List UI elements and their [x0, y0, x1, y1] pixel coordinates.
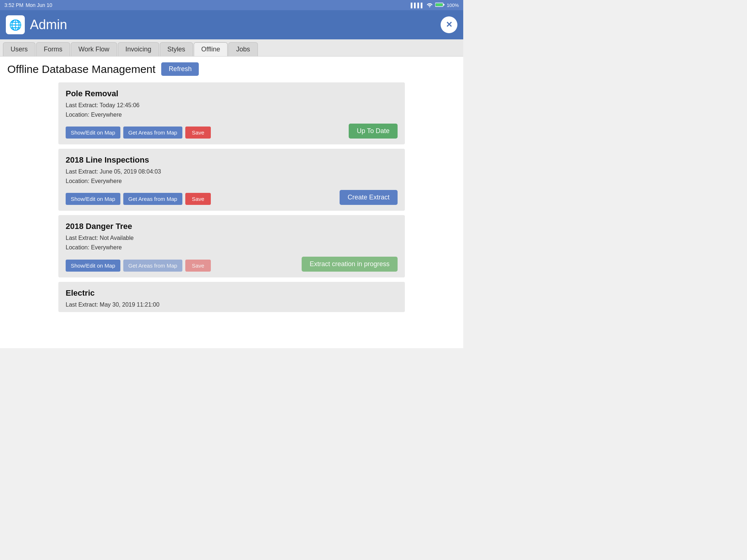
card-danger-tree: 2018 Danger Tree Last Extract: Not Avail… — [58, 215, 405, 277]
extract-progress-button-danger-tree: Extract creation in progress — [302, 257, 398, 272]
tab-offline[interactable]: Offline — [194, 42, 228, 56]
card-title-electric: Electric — [66, 288, 398, 298]
status-date: Mon Jun 10 — [26, 2, 52, 8]
card-last-extract-pole-removal: Last Extract: Today 12:45:06 — [66, 101, 398, 110]
status-bar-right: ▌▌▌▌ 100% — [411, 2, 459, 8]
logo-icon: 🌐 — [9, 19, 22, 31]
app-header: 🌐 Admin ✕ — [0, 10, 463, 39]
get-areas-button-pole-removal[interactable]: Get Areas from Map — [123, 127, 182, 139]
save-button-line-inspections[interactable]: Save — [185, 193, 211, 205]
up-to-date-button-pole-removal[interactable]: Up To Date — [349, 124, 398, 139]
save-button-pole-removal[interactable]: Save — [185, 127, 211, 139]
get-areas-button-danger-tree[interactable]: Get Areas from Map — [123, 260, 182, 272]
card-action-row-pole-removal: Show/Edit on Map Get Areas from Map Save… — [66, 122, 398, 139]
header-left: 🌐 Admin — [6, 15, 67, 34]
page-title: Offline Database Management — [7, 63, 155, 75]
app-logo: 🌐 — [6, 15, 25, 34]
card-last-extract-line-inspections: Last Extract: June 05, 2019 08:04:03 — [66, 167, 398, 176]
svg-rect-2 — [443, 4, 444, 5]
cards-container: Pole Removal Last Extract: Today 12:45:0… — [58, 82, 405, 312]
tab-workflow[interactable]: Work Flow — [71, 42, 117, 56]
card-actions-line-inspections: Show/Edit on Map Get Areas from Map Save — [66, 193, 211, 205]
card-last-extract-danger-tree: Last Extract: Not Available — [66, 233, 398, 243]
status-time: 3:52 PM — [4, 2, 23, 8]
battery-percent: 100% — [447, 3, 459, 8]
status-bar-left: 3:52 PM Mon Jun 10 — [4, 2, 52, 8]
battery-icon — [435, 2, 445, 8]
page-content: Offline Database Management Refresh Pole… — [0, 57, 463, 348]
card-action-row-danger-tree: Show/Edit on Map Get Areas from Map Save… — [66, 255, 398, 272]
wifi-icon — [426, 2, 433, 8]
card-title-danger-tree: 2018 Danger Tree — [66, 222, 398, 231]
card-actions-pole-removal: Show/Edit on Map Get Areas from Map Save — [66, 127, 211, 139]
card-action-row-line-inspections: Show/Edit on Map Get Areas from Map Save… — [66, 188, 398, 205]
svg-rect-1 — [436, 3, 442, 6]
status-bar: 3:52 PM Mon Jun 10 ▌▌▌▌ 100% — [0, 0, 463, 10]
refresh-button[interactable]: Refresh — [161, 62, 199, 76]
tab-forms[interactable]: Forms — [36, 42, 70, 56]
create-extract-button-line-inspections[interactable]: Create Extract — [340, 190, 398, 205]
card-title-line-inspections: 2018 Line Inspections — [66, 155, 398, 165]
tab-invoicing[interactable]: Invoicing — [118, 42, 159, 56]
card-pole-removal: Pole Removal Last Extract: Today 12:45:0… — [58, 82, 405, 144]
tab-users[interactable]: Users — [3, 42, 35, 56]
card-title-pole-removal: Pole Removal — [66, 89, 398, 98]
show-edit-map-button-pole-removal[interactable]: Show/Edit on Map — [66, 127, 120, 139]
card-actions-danger-tree: Show/Edit on Map Get Areas from Map Save — [66, 260, 211, 272]
app-title: Admin — [30, 17, 67, 32]
nav-tabs: Users Forms Work Flow Invoicing Styles O… — [0, 39, 463, 57]
tab-jobs[interactable]: Jobs — [228, 42, 258, 56]
tab-styles[interactable]: Styles — [160, 42, 193, 56]
signal-icon: ▌▌▌▌ — [411, 3, 424, 8]
get-areas-button-line-inspections[interactable]: Get Areas from Map — [123, 193, 182, 205]
save-button-danger-tree[interactable]: Save — [185, 260, 211, 272]
card-location-danger-tree: Location: Everywhere — [66, 243, 398, 252]
card-location-pole-removal: Location: Everywhere — [66, 110, 398, 120]
show-edit-map-button-danger-tree[interactable]: Show/Edit on Map — [66, 260, 120, 272]
page-header: Offline Database Management Refresh — [7, 62, 456, 76]
card-line-inspections: 2018 Line Inspections Last Extract: June… — [58, 149, 405, 211]
card-electric: Electric Last Extract: May 30, 2019 11:2… — [58, 282, 405, 312]
close-icon: ✕ — [446, 20, 452, 30]
show-edit-map-button-line-inspections[interactable]: Show/Edit on Map — [66, 193, 120, 205]
card-last-extract-electric: Last Extract: May 30, 2019 11:21:00 — [66, 300, 398, 310]
card-location-line-inspections: Location: Everywhere — [66, 176, 398, 186]
close-button[interactable]: ✕ — [441, 16, 457, 33]
